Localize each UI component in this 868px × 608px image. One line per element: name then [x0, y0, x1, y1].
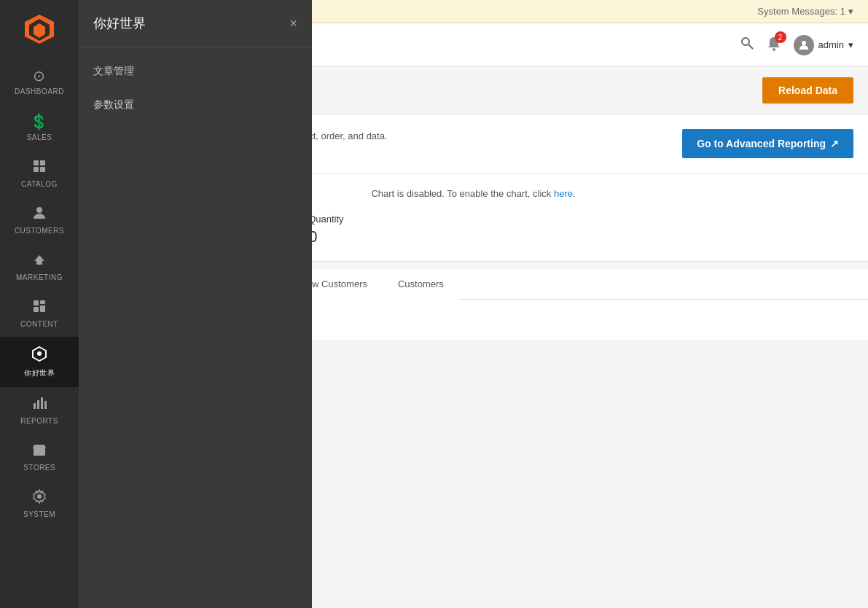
- sidebar-label-sales: SALES: [27, 133, 52, 141]
- system-icon: [32, 489, 47, 507]
- overlay-menu: 文章管理 参数设置: [79, 47, 312, 129]
- topbar-icons: 2 admin ▾: [740, 35, 853, 55]
- overlay-close-button[interactable]: ×: [289, 17, 297, 30]
- stores-icon: [32, 443, 47, 461]
- sidebar-label-system: SYSTEM: [23, 510, 55, 518]
- notification-badge: 2: [775, 31, 786, 43]
- reload-data-button[interactable]: Reload Data: [762, 77, 853, 104]
- sales-icon: 💲: [30, 113, 49, 130]
- svg-rect-16: [37, 400, 39, 409]
- sidebar-item-nihaoworld[interactable]: 你好世界: [0, 337, 79, 387]
- reports-icon: [32, 396, 47, 414]
- sidebar-item-marketing[interactable]: MARKETING: [0, 243, 79, 290]
- sidebar-label-nihaoworld: 你好世界: [24, 368, 55, 378]
- svg-rect-5: [34, 167, 39, 172]
- overlay-menu-item-canshu[interactable]: 参数设置: [79, 88, 312, 122]
- admin-label: admin: [818, 39, 844, 50]
- external-link-icon: ↗: [830, 138, 839, 149]
- adv-reporting-button-label: Go to Advanced Reporting: [697, 138, 826, 149]
- system-messages-right[interactable]: System Messages: 1 ▾: [757, 6, 853, 17]
- sidebar-item-sales[interactable]: 💲 SALES: [0, 104, 79, 150]
- admin-avatar: [794, 35, 814, 55]
- sidebar-label-stores: STORES: [23, 464, 55, 472]
- svg-point-14: [37, 351, 42, 356]
- sidebar-label-dashboard: DASHBOARD: [15, 87, 64, 96]
- sidebar-label-marketing: MARKETING: [16, 273, 63, 281]
- nihaoworld-icon: [31, 346, 47, 365]
- svg-rect-9: [34, 300, 39, 305]
- sidebar-label-reports: REPORTS: [20, 417, 58, 425]
- sidebar: ⊙ DASHBOARD 💲 SALES CATALOG CUSTOMERS: [0, 0, 79, 608]
- system-messages-label: System Messages: 1: [757, 6, 845, 17]
- advanced-reporting-button[interactable]: Go to Advanced Reporting ↗: [682, 129, 853, 158]
- search-button[interactable]: [740, 36, 754, 54]
- sidebar-item-system[interactable]: SYSTEM: [0, 480, 79, 527]
- overlay-panel: 你好世界 × 文章管理 参数设置: [79, 0, 312, 608]
- sidebar-item-stores[interactable]: STORES: [0, 434, 79, 480]
- svg-rect-3: [34, 160, 39, 165]
- svg-rect-15: [34, 403, 36, 409]
- svg-rect-11: [34, 307, 39, 312]
- overlay-menu-item-wenzhang[interactable]: 文章管理: [79, 55, 312, 88]
- svg-rect-6: [40, 167, 45, 172]
- admin-user-menu[interactable]: admin ▾: [794, 35, 853, 55]
- stat-quantity-value: 0: [308, 227, 343, 246]
- svg-point-7: [36, 207, 42, 213]
- sidebar-item-dashboard[interactable]: ⊙ DASHBOARD: [0, 58, 79, 104]
- customers-icon: [32, 206, 47, 224]
- svg-point-25: [802, 41, 806, 45]
- admin-chevron: ▾: [848, 39, 853, 50]
- svg-point-22: [742, 38, 749, 45]
- chart-disabled-prefix: Chart is disabled. To enable the chart, …: [371, 188, 554, 199]
- svg-rect-17: [41, 397, 43, 409]
- sidebar-item-catalog[interactable]: CATALOG: [0, 150, 79, 197]
- svg-rect-10: [40, 300, 45, 304]
- stat-quantity-label: Quantity: [308, 214, 343, 225]
- svg-rect-12: [40, 305, 45, 312]
- svg-rect-8: [36, 261, 42, 265]
- system-messages-chevron: ▾: [848, 6, 853, 17]
- sidebar-label-customers: CUSTOMERS: [15, 227, 64, 235]
- dashboard-icon: ⊙: [33, 67, 46, 85]
- sidebar-item-content[interactable]: CONTENT: [0, 290, 79, 337]
- marketing-icon: [32, 252, 47, 270]
- chart-enable-link[interactable]: here: [554, 188, 573, 199]
- svg-rect-18: [44, 401, 47, 409]
- sidebar-item-reports[interactable]: REPORTS: [0, 387, 79, 434]
- stat-quantity: Quantity 0: [308, 214, 343, 246]
- overlay-title: 你好世界: [93, 15, 146, 32]
- svg-point-21: [37, 494, 42, 499]
- catalog-icon: [32, 159, 47, 177]
- svg-line-23: [748, 44, 753, 49]
- chart-disabled-suffix: .: [573, 188, 576, 199]
- overlay-header: 你好世界 ×: [79, 0, 312, 47]
- sidebar-item-customers[interactable]: CUSTOMERS: [0, 197, 79, 243]
- tab-customers[interactable]: Customers: [383, 269, 459, 300]
- logo[interactable]: [17, 7, 61, 51]
- notifications-button[interactable]: 2: [766, 36, 782, 54]
- svg-rect-4: [40, 160, 45, 165]
- svg-rect-20: [37, 451, 42, 456]
- sidebar-label-content: CONTENT: [20, 320, 58, 328]
- sidebar-label-catalog: CATALOG: [21, 180, 58, 188]
- svg-point-24: [773, 48, 775, 51]
- content-icon: [32, 299, 47, 317]
